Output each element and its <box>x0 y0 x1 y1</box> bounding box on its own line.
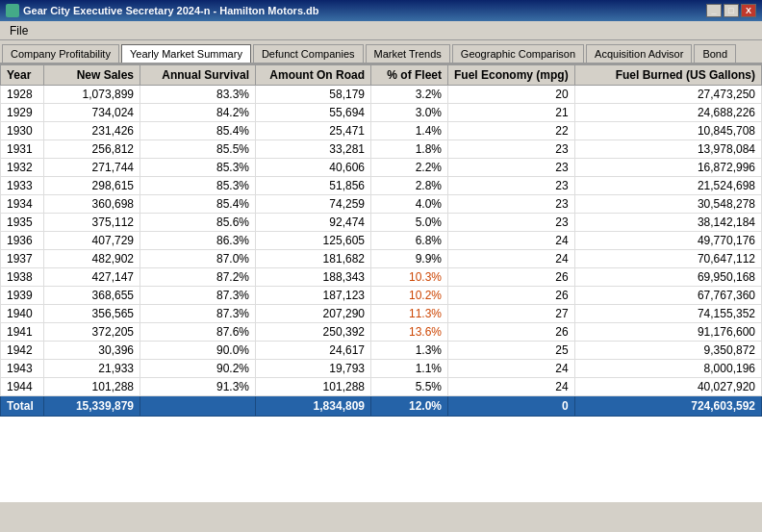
cell-year: 1940 <box>1 305 44 323</box>
cell-year: 1929 <box>1 104 44 122</box>
cell-survival: 85.4% <box>140 195 256 214</box>
cell-fleet: 5.0% <box>371 214 448 232</box>
cell-road: 181,682 <box>256 250 371 268</box>
cell-road: 40,606 <box>256 159 371 177</box>
cell-fuel: 40,027,920 <box>574 378 761 396</box>
cell-fuel: 27,473,250 <box>574 86 761 104</box>
table-row: 1936 407,729 86.3% 125,605 6.8% 24 49,77… <box>1 232 762 250</box>
cell-new-sales: 375,112 <box>44 214 140 232</box>
cell-year: 1930 <box>1 122 44 140</box>
table-row: 1943 21,933 90.2% 19,793 1.1% 24 8,000,1… <box>1 360 762 378</box>
cell-fleet: 4.0% <box>371 195 448 214</box>
cell-new-sales: 231,426 <box>44 122 140 140</box>
table-row: 1928 1,073,899 83.3% 58,179 3.2% 20 27,4… <box>1 86 762 104</box>
cell-survival: 87.2% <box>140 268 256 287</box>
total-row: Total 15,339,879 1,834,809 12.0% 0 724,6… <box>1 396 762 417</box>
table-row: 1934 360,698 85.4% 74,259 4.0% 23 30,548… <box>1 195 762 214</box>
tab-market-trends[interactable]: Market Trends <box>366 44 450 63</box>
cell-year: 1939 <box>1 287 44 305</box>
table-row: 1929 734,024 84.2% 55,694 3.0% 21 24,688… <box>1 104 762 122</box>
cell-year: 1942 <box>1 342 44 360</box>
cell-mpg: 23 <box>448 195 575 214</box>
tab-yearly-market-summary[interactable]: Yearly Market Summary <box>121 44 251 63</box>
cell-mpg: 24 <box>448 250 575 268</box>
cell-mpg: 23 <box>448 140 575 159</box>
cell-fleet: 9.9% <box>371 250 448 268</box>
header-pct-fleet: % of Fleet <box>371 65 448 86</box>
cell-survival: 87.0% <box>140 250 256 268</box>
cell-mpg: 20 <box>448 86 575 104</box>
file-menu[interactable]: File <box>4 23 34 38</box>
app-icon <box>6 4 19 17</box>
total-survival <box>140 396 256 417</box>
table-header-row: Year New Sales Annual Survival Amount On… <box>1 65 762 86</box>
cell-fleet: 1.3% <box>371 342 448 360</box>
cell-road: 125,605 <box>256 232 371 250</box>
table-row: 1931 256,812 85.5% 33,281 1.8% 23 13,978… <box>1 140 762 159</box>
cell-mpg: 23 <box>448 159 575 177</box>
cell-fleet: 10.2% <box>371 287 448 305</box>
cell-fuel: 24,688,226 <box>574 104 761 122</box>
cell-fleet: 1.4% <box>371 122 448 140</box>
cell-mpg: 26 <box>448 323 575 342</box>
cell-fuel: 8,000,196 <box>574 360 761 378</box>
cell-new-sales: 427,147 <box>44 268 140 287</box>
cell-mpg: 26 <box>448 287 575 305</box>
data-table-container[interactable]: Year New Sales Annual Survival Amount On… <box>0 64 762 502</box>
header-annual-survival: Annual Survival <box>140 65 256 86</box>
cell-road: 51,856 <box>256 177 371 195</box>
cell-year: 1932 <box>1 159 44 177</box>
cell-new-sales: 482,902 <box>44 250 140 268</box>
cell-mpg: 25 <box>448 342 575 360</box>
cell-road: 33,281 <box>256 140 371 159</box>
cell-new-sales: 360,698 <box>44 195 140 214</box>
table-row: 1932 271,744 85.3% 40,606 2.2% 23 16,872… <box>1 159 762 177</box>
cell-survival: 83.3% <box>140 86 256 104</box>
total-fuel: 724,603,592 <box>574 396 761 417</box>
close-button[interactable]: X <box>741 4 756 17</box>
cell-survival: 85.5% <box>140 140 256 159</box>
cell-new-sales: 21,933 <box>44 360 140 378</box>
cell-survival: 85.3% <box>140 177 256 195</box>
table-row: 1939 368,655 87.3% 187,123 10.2% 26 67,7… <box>1 287 762 305</box>
header-new-sales: New Sales <box>44 65 140 86</box>
cell-road: 250,392 <box>256 323 371 342</box>
cell-road: 25,471 <box>256 122 371 140</box>
cell-year: 1934 <box>1 195 44 214</box>
table-row: 1942 30,396 90.0% 24,617 1.3% 25 9,350,8… <box>1 342 762 360</box>
tab-bar: Company Profitability Yearly Market Summ… <box>0 40 762 64</box>
minimize-button[interactable]: _ <box>706 4 722 17</box>
cell-road: 19,793 <box>256 360 371 378</box>
cell-mpg: 27 <box>448 305 575 323</box>
cell-fuel: 13,978,084 <box>574 140 761 159</box>
tab-acquisition-advisor[interactable]: Acquisition Advisor <box>586 44 692 63</box>
cell-survival: 85.6% <box>140 214 256 232</box>
cell-year: 1938 <box>1 268 44 287</box>
tab-company-profitability[interactable]: Company Profitability <box>2 44 119 63</box>
title-bar-buttons: _ □ X <box>706 4 756 17</box>
cell-fuel: 49,770,176 <box>574 232 761 250</box>
cell-fuel: 9,350,872 <box>574 342 761 360</box>
tab-geographic-comparison[interactable]: Geographic Comparison <box>452 44 584 63</box>
cell-survival: 87.3% <box>140 287 256 305</box>
cell-new-sales: 356,565 <box>44 305 140 323</box>
cell-year: 1928 <box>1 86 44 104</box>
cell-survival: 90.2% <box>140 360 256 378</box>
total-label: Total <box>1 396 44 417</box>
tab-bond[interactable]: Bond <box>694 44 736 63</box>
total-mpg: 0 <box>448 396 575 417</box>
maximize-button[interactable]: □ <box>724 4 739 17</box>
table-row: 1938 427,147 87.2% 188,343 10.3% 26 69,9… <box>1 268 762 287</box>
cell-fuel: 30,548,278 <box>574 195 761 214</box>
cell-fuel: 67,767,360 <box>574 287 761 305</box>
cell-new-sales: 298,615 <box>44 177 140 195</box>
cell-mpg: 24 <box>448 232 575 250</box>
cell-year: 1935 <box>1 214 44 232</box>
cell-mpg: 24 <box>448 378 575 396</box>
header-amount-on-road: Amount On Road <box>256 65 371 86</box>
cell-road: 207,290 <box>256 305 371 323</box>
tab-defunct-companies[interactable]: Defunct Companies <box>253 44 364 63</box>
cell-fuel: 10,845,708 <box>574 122 761 140</box>
cell-survival: 84.2% <box>140 104 256 122</box>
cell-year: 1943 <box>1 360 44 378</box>
